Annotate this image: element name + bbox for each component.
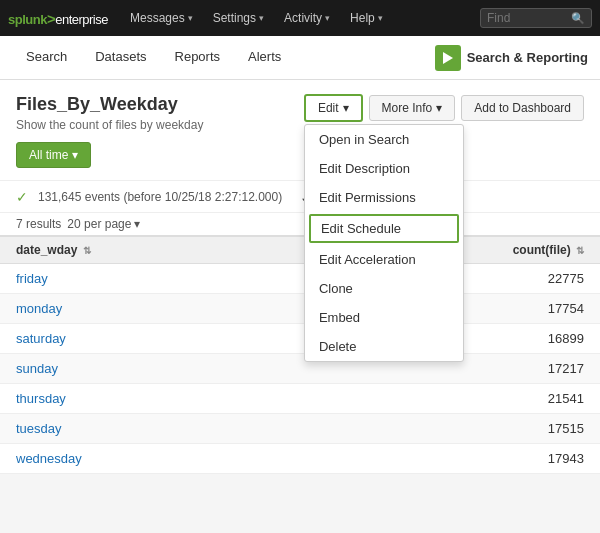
appbar-reports[interactable]: Reports	[161, 36, 235, 80]
time-range-label: All time	[29, 148, 68, 162]
table-row: saturday 16899	[0, 324, 600, 354]
logo-chevron: >	[47, 10, 55, 27]
nav-help-chevron-icon: ▾	[378, 13, 383, 23]
add-to-dashboard-button[interactable]: Add to Dashboard	[461, 95, 584, 121]
nav-settings[interactable]: Settings ▾	[203, 0, 274, 36]
table-row: thursday 21541	[0, 384, 600, 414]
appbar-alerts[interactable]: Alerts	[234, 36, 295, 80]
check-icon: ✓	[16, 189, 28, 205]
results-info: 7 results 20 per page ▾	[0, 212, 600, 235]
brand-logo-icon	[440, 50, 456, 66]
cell-date-wday[interactable]: friday	[0, 264, 305, 294]
more-info-label: More Info	[382, 101, 433, 115]
find-input[interactable]	[487, 11, 567, 25]
main-content: Files_By_Weekday Show the count of files…	[0, 80, 600, 180]
table-row: wednesday 17943	[0, 444, 600, 474]
cell-count: 17943	[305, 444, 600, 474]
appbar-alerts-label: Alerts	[248, 49, 281, 64]
cell-count: 21541	[305, 384, 600, 414]
edit-dropdown-menu: Open in Search Edit Description Edit Per…	[304, 124, 464, 362]
nav-messages[interactable]: Messages ▾	[120, 0, 203, 36]
dropdown-edit-permissions[interactable]: Edit Permissions	[305, 183, 463, 212]
more-info-button[interactable]: More Info ▾	[369, 95, 456, 121]
appbar-datasets-label: Datasets	[95, 49, 146, 64]
appbar-search-label: Search	[26, 49, 67, 64]
appbar-search[interactable]: Search	[12, 36, 81, 80]
nav-items: Messages ▾ Settings ▾ Activity ▾ Help ▾	[120, 0, 480, 36]
time-range-chevron-icon: ▾	[72, 148, 78, 162]
nav-messages-chevron-icon: ▾	[188, 13, 193, 23]
nav-help-label: Help	[350, 11, 375, 25]
top-navigation: splunk>enterprise Messages ▾ Settings ▾ …	[0, 0, 600, 36]
time-range-wrapper: All time ▾	[16, 142, 584, 168]
nav-messages-label: Messages	[130, 11, 185, 25]
controls-row: ✓ 131,645 events (before 10/25/18 2:27:1…	[0, 180, 600, 212]
more-info-chevron-icon: ▾	[436, 101, 442, 115]
nav-settings-label: Settings	[213, 11, 256, 25]
dropdown-delete[interactable]: Delete	[305, 332, 463, 361]
find-search-icon: 🔍	[571, 12, 585, 25]
logo-enterprise: enterprise	[55, 12, 108, 27]
cell-date-wday[interactable]: monday	[0, 294, 305, 324]
nav-activity[interactable]: Activity ▾	[274, 0, 340, 36]
appbar-reports-label: Reports	[175, 49, 221, 64]
table-row: tuesday 17515	[0, 414, 600, 444]
per-page-selector[interactable]: 20 per page ▾	[67, 217, 140, 231]
dropdown-edit-acceleration[interactable]: Edit Acceleration	[305, 245, 463, 274]
table-row: friday 22775	[0, 264, 600, 294]
app-brand-icon	[435, 45, 461, 71]
cell-date-wday[interactable]: tuesday	[0, 414, 305, 444]
dropdown-clone[interactable]: Clone	[305, 274, 463, 303]
col-count-file-label: count(file)	[513, 243, 571, 257]
dropdown-embed[interactable]: Embed	[305, 303, 463, 332]
table-body: friday 22775 monday 17754 saturday 16899…	[0, 264, 600, 474]
add-to-dashboard-label: Add to Dashboard	[474, 101, 571, 115]
find-search-box[interactable]: 🔍	[480, 8, 592, 28]
appbar-datasets[interactable]: Datasets	[81, 36, 160, 80]
edit-chevron-icon: ▾	[343, 101, 349, 115]
dropdown-edit-description[interactable]: Edit Description	[305, 154, 463, 183]
table-header-row: date_wday ⇅ count(file) ⇅	[0, 237, 600, 264]
per-page-label: 20 per page	[67, 217, 131, 231]
cell-date-wday[interactable]: saturday	[0, 324, 305, 354]
dropdown-edit-schedule[interactable]: Edit Schedule	[309, 214, 459, 243]
per-page-chevron-icon: ▾	[134, 217, 140, 231]
results-table-wrapper: date_wday ⇅ count(file) ⇅ friday 22775 m…	[0, 235, 600, 474]
logo[interactable]: splunk>enterprise	[8, 10, 108, 27]
results-count: 7 results	[16, 217, 61, 231]
nav-settings-chevron-icon: ▾	[259, 13, 264, 23]
cell-count: 17515	[305, 414, 600, 444]
col-header-date-wday[interactable]: date_wday ⇅	[0, 237, 305, 264]
svg-marker-0	[443, 52, 453, 64]
col-date-wday-sort-icon: ⇅	[83, 245, 91, 256]
nav-help[interactable]: Help ▾	[340, 0, 393, 36]
nav-activity-label: Activity	[284, 11, 322, 25]
app-brand: Search & Reporting	[435, 45, 588, 71]
cell-date-wday[interactable]: thursday	[0, 384, 305, 414]
edit-button[interactable]: Edit ▾	[304, 94, 363, 122]
edit-dropdown-wrapper: Edit ▾ Open in Search Edit Description E…	[304, 94, 363, 122]
nav-activity-chevron-icon: ▾	[325, 13, 330, 23]
events-text: 131,645 events (before 10/25/18 2:27:12.…	[38, 190, 282, 204]
col-date-wday-label: date_wday	[16, 243, 77, 257]
dropdown-open-in-search[interactable]: Open in Search	[305, 125, 463, 154]
app-brand-name: Search & Reporting	[467, 50, 588, 65]
cell-date-wday[interactable]: sunday	[0, 354, 305, 384]
app-bar-right: Search & Reporting	[435, 45, 588, 71]
results-table: date_wday ⇅ count(file) ⇅ friday 22775 m…	[0, 237, 600, 474]
table-row: monday 17754	[0, 294, 600, 324]
time-range-button[interactable]: All time ▾	[16, 142, 91, 168]
table-row: sunday 17217	[0, 354, 600, 384]
edit-button-label: Edit	[318, 101, 339, 115]
col-count-file-sort-icon: ⇅	[576, 245, 584, 256]
report-actions: Edit ▾ Open in Search Edit Description E…	[304, 94, 584, 122]
cell-date-wday[interactable]: wednesday	[0, 444, 305, 474]
logo-splunk: splunk	[8, 12, 47, 27]
app-bar: Search Datasets Reports Alerts Search & …	[0, 36, 600, 80]
